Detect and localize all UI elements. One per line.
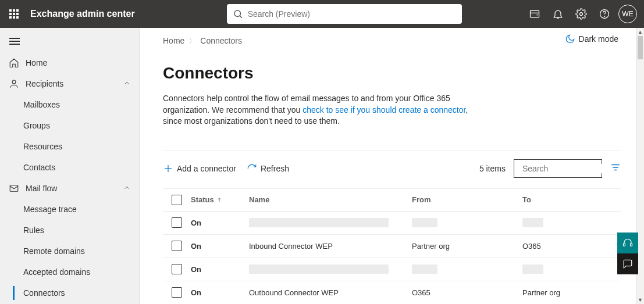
cell-status: On xyxy=(191,242,249,251)
sidebar-item-remote-domains[interactable]: Remote domains xyxy=(0,241,139,262)
support-tab[interactable] xyxy=(617,233,638,253)
col-status[interactable]: Status xyxy=(191,195,249,204)
col-from[interactable]: From xyxy=(412,195,522,204)
sidebar-item-label: Mailboxes xyxy=(23,100,60,109)
sidebar-item-label: Connectors xyxy=(23,288,65,298)
refresh-icon xyxy=(247,163,257,174)
connectors-table: Status Name From To OnOnInbound Connecto… xyxy=(163,188,621,304)
home-icon xyxy=(8,57,20,69)
table-row[interactable]: OnInbound Connector WEPPartner orgO365 xyxy=(163,235,621,258)
col-to[interactable]: To xyxy=(522,195,592,204)
page-description: Connectors help control the flow of emai… xyxy=(163,93,489,127)
sidebar-item-groups[interactable]: Groups xyxy=(0,115,139,136)
svg-point-7 xyxy=(604,16,605,17)
row-checkbox[interactable] xyxy=(163,287,191,298)
redacted-cell xyxy=(249,218,389,227)
svg-rect-2 xyxy=(531,10,539,17)
table-row[interactable]: On xyxy=(163,258,621,281)
connector-check-link[interactable]: check to see if you should create a conn… xyxy=(303,105,465,115)
top-bar: Exchange admin center WE xyxy=(0,0,644,28)
card-icon[interactable] xyxy=(523,0,546,28)
cell-status: On xyxy=(191,265,249,274)
cell-to: Partner org xyxy=(522,288,560,297)
scroll-up-icon[interactable]: ▲ xyxy=(636,28,644,36)
sidebar-item-contacts[interactable]: Contacts xyxy=(0,157,139,178)
moon-icon xyxy=(565,34,575,44)
page-title: Connectors xyxy=(163,64,621,83)
sidebar-item-label: Home xyxy=(26,58,47,67)
sidebar-item-rules[interactable]: Rules xyxy=(0,220,139,241)
sidebar-item-resources[interactable]: Resources xyxy=(0,136,139,157)
sidebar-item-message-trace[interactable]: Message trace xyxy=(0,199,139,220)
row-checkbox[interactable] xyxy=(163,241,191,251)
select-all-checkbox[interactable] xyxy=(163,195,191,205)
sidebar-item-home[interactable]: Home xyxy=(0,52,139,73)
brand-title: Exchange admin center xyxy=(30,9,135,19)
svg-point-5 xyxy=(580,13,583,16)
chevron-right-icon: 〉 xyxy=(189,37,195,45)
redacted-cell xyxy=(412,218,437,227)
chevron-up-icon xyxy=(123,184,131,194)
sidebar-item-accepted-domains[interactable]: Accepted domains xyxy=(0,262,139,282)
sidebar-item-connectors[interactable]: Connectors xyxy=(0,282,139,303)
cell-from: Partner org xyxy=(412,242,450,251)
breadcrumb-home[interactable]: Home xyxy=(163,36,184,45)
dark-mode-label: Dark mode xyxy=(579,34,618,44)
svg-rect-9 xyxy=(10,185,18,192)
help-icon[interactable] xyxy=(593,0,616,28)
sidebar-item-label: Groups xyxy=(23,121,50,130)
col-name[interactable]: Name xyxy=(249,195,412,204)
breadcrumb: Home 〉 Connectors xyxy=(163,36,621,45)
cell-name: Inbound Connector WEP xyxy=(249,242,333,251)
global-search[interactable] xyxy=(227,4,462,24)
cell-name: Outbound Connector WEP xyxy=(249,288,339,297)
chevron-up-icon xyxy=(123,79,131,89)
button-label: Add a connector xyxy=(177,164,236,173)
list-search-input[interactable] xyxy=(522,164,624,173)
svg-rect-20 xyxy=(624,244,625,246)
notifications-icon[interactable] xyxy=(546,0,570,28)
feedback-tab[interactable] xyxy=(617,253,638,274)
refresh-button[interactable]: Refresh xyxy=(247,163,289,174)
sidebar-item-label: Contacts xyxy=(23,163,55,172)
row-checkbox[interactable] xyxy=(163,264,191,274)
sidebar-item-mailflow[interactable]: Mail flow xyxy=(0,178,139,199)
global-search-input[interactable] xyxy=(248,9,456,19)
svg-point-0 xyxy=(234,10,241,17)
table-row[interactable]: OnOutbound Connector WEPO365Partner org xyxy=(163,281,621,304)
add-connector-button[interactable]: Add a connector xyxy=(163,163,236,174)
sidebar-item-label: Rules xyxy=(23,226,44,235)
table-row[interactable]: On xyxy=(163,212,621,235)
cell-from: O365 xyxy=(412,288,430,297)
scroll-thumb[interactable] xyxy=(638,36,643,59)
filter-button[interactable] xyxy=(610,162,621,175)
top-right-actions: WE xyxy=(523,0,644,28)
svg-rect-21 xyxy=(631,244,632,246)
sidebar-item-recipients[interactable]: Recipients xyxy=(0,73,139,94)
button-label: Refresh xyxy=(261,164,289,173)
list-search[interactable] xyxy=(514,159,602,178)
avatar[interactable]: WE xyxy=(618,5,637,23)
scroll-down-icon[interactable]: ▼ xyxy=(636,296,644,304)
sidebar-item-mailboxes[interactable]: Mailboxes xyxy=(0,94,139,115)
sidebar-toggle[interactable] xyxy=(0,31,139,52)
svg-line-1 xyxy=(240,16,241,17)
sidebar-item-label: Resources xyxy=(23,142,62,151)
cell-status: On xyxy=(191,219,249,227)
sidebar: Home Recipients Mailboxes Groups Resourc… xyxy=(0,28,140,304)
sidebar-item-label: Message trace xyxy=(23,205,77,214)
mail-icon xyxy=(8,183,20,194)
plus-icon xyxy=(163,163,173,174)
chat-icon xyxy=(622,259,633,269)
main-content: Home 〉 Connectors Dark mode Connectors C… xyxy=(140,28,644,304)
dark-mode-toggle[interactable]: Dark mode xyxy=(565,34,618,44)
search-icon xyxy=(233,9,243,19)
settings-icon[interactable] xyxy=(570,0,593,28)
row-checkbox[interactable] xyxy=(163,217,191,228)
filter-icon xyxy=(610,162,621,173)
app-launcher-button[interactable] xyxy=(0,0,28,28)
cell-to: O365 xyxy=(522,242,541,251)
headset-icon xyxy=(622,238,633,248)
redacted-cell xyxy=(249,264,389,274)
item-count: 5 items xyxy=(479,164,506,173)
